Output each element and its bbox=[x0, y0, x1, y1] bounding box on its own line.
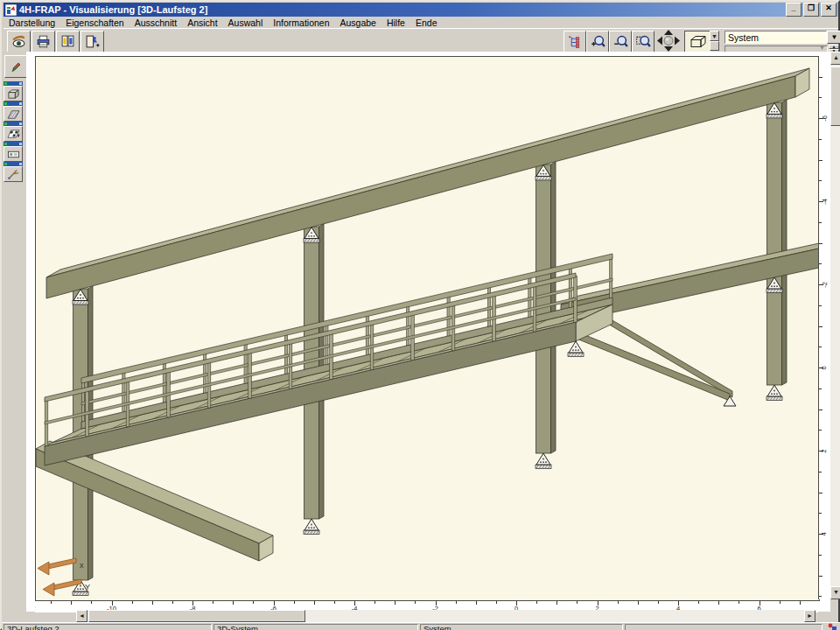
title-bar[interactable]: 4H-FRAP - Visualisierung [3D-Laufsteg 2]… bbox=[4, 3, 838, 17]
vertical-ruler: -6-4-2024 bbox=[818, 56, 831, 599]
ruler-tick bbox=[698, 601, 699, 604]
ruler-tick bbox=[415, 601, 416, 604]
menu-item-hilfe[interactable]: Hilfe bbox=[382, 18, 410, 28]
scroll-left-icon[interactable]: ◄ bbox=[76, 610, 88, 622]
values-window-button[interactable] bbox=[4, 142, 23, 160]
mesh-window-button[interactable] bbox=[4, 122, 23, 140]
scroll-down-icon[interactable]: ▼ bbox=[830, 586, 840, 599]
column-4 bbox=[767, 102, 782, 385]
menu-item-ausgabe[interactable]: Ausgabe bbox=[335, 18, 382, 28]
ruler-tick bbox=[819, 180, 822, 181]
vertical-scrollbar[interactable]: ▲ ▼ bbox=[830, 52, 840, 599]
ruler-tick bbox=[476, 601, 477, 605]
ruler-tick bbox=[334, 601, 335, 604]
ruler-tick bbox=[819, 305, 822, 306]
chevron-down-icon[interactable]: ▼ bbox=[710, 31, 719, 41]
view-selector-value[interactable]: System bbox=[724, 31, 827, 44]
ruler-tick bbox=[132, 601, 133, 604]
mini-titlebar bbox=[4, 102, 23, 106]
ruler-tick bbox=[819, 77, 822, 78]
status-bar: 3D-Laufsteg 23D-SystemSystem bbox=[2, 622, 840, 630]
ruler-tick bbox=[71, 601, 72, 605]
ruler-label: -4 bbox=[821, 199, 829, 205]
close-button[interactable]: ✕ bbox=[821, 3, 836, 17]
mini-titlebar bbox=[4, 81, 23, 86]
ruler-tick bbox=[253, 601, 254, 604]
exit-door-icon bbox=[85, 34, 100, 49]
draw-mode-button[interactable] bbox=[4, 55, 27, 78]
ruler-tick bbox=[738, 601, 739, 604]
ruler-tick bbox=[213, 601, 214, 604]
ruler-tick bbox=[658, 601, 659, 604]
view-settings-button[interactable] bbox=[7, 31, 31, 52]
status-panel-1: 3D-Laufsteg 2 bbox=[4, 624, 212, 630]
hatched-plane-icon bbox=[7, 108, 20, 120]
pencil-icon bbox=[9, 60, 23, 74]
ruler-tick bbox=[638, 601, 639, 605]
printer-icon bbox=[36, 34, 51, 49]
viewport-canvas[interactable]: x Y bbox=[35, 56, 820, 601]
mini-titlebar bbox=[4, 122, 23, 126]
menu-item-darstellung[interactable]: Darstellung bbox=[4, 18, 60, 28]
ruler-tick bbox=[819, 472, 822, 472]
walkway bbox=[45, 254, 612, 466]
zoom-window-button[interactable] bbox=[632, 31, 654, 52]
zoom-out-icon bbox=[612, 34, 628, 50]
menu-item-ende[interactable]: Ende bbox=[410, 18, 443, 28]
ruler-tick bbox=[91, 601, 92, 604]
green-dot-icon bbox=[4, 143, 7, 145]
ruler-tick bbox=[819, 513, 822, 514]
scroll-up-icon[interactable]: ▲ bbox=[830, 52, 840, 65]
menu-item-ausschnitt[interactable]: Ausschnitt bbox=[130, 18, 182, 28]
mini-box-icon bbox=[19, 102, 22, 105]
model-box-window-button[interactable] bbox=[4, 81, 23, 100]
ruler-tick bbox=[314, 601, 315, 605]
value-display-icon bbox=[7, 149, 20, 160]
ruler-tick bbox=[152, 601, 153, 605]
ruler-tick bbox=[536, 601, 537, 604]
maximize-button[interactable]: ❐ bbox=[803, 3, 819, 17]
horizontal-scrollbar[interactable]: ◄ ► bbox=[76, 610, 816, 622]
zoom-in-button[interactable] bbox=[586, 31, 609, 52]
ruler-tick bbox=[819, 160, 822, 161]
minimize-button[interactable]: _ bbox=[786, 3, 802, 17]
ruler-tick bbox=[718, 601, 719, 605]
ruler-tick bbox=[819, 243, 822, 244]
status-panel-3: System bbox=[420, 624, 623, 630]
zoom-out-button[interactable] bbox=[609, 31, 632, 52]
structure-tree-button[interactable] bbox=[564, 31, 586, 52]
menu-item-auswahl[interactable]: Auswahl bbox=[223, 18, 269, 28]
green-dot-icon bbox=[4, 82, 7, 85]
ruler-tick bbox=[819, 576, 822, 577]
ruler-tick bbox=[819, 596, 822, 597]
exit-button[interactable] bbox=[80, 31, 104, 52]
menu-item-ansicht[interactable]: Ansicht bbox=[182, 18, 222, 28]
menu-item-informationen[interactable]: Informationen bbox=[268, 18, 334, 28]
toolbar: ▼ System ▼ ▼ ▲ ▼ bbox=[4, 28, 838, 52]
axis-y-label: Y bbox=[85, 583, 90, 592]
horizontal-scroll-thumb[interactable] bbox=[88, 610, 305, 622]
perspective-drop-body bbox=[710, 41, 719, 51]
ruler-tick bbox=[374, 601, 375, 604]
perspective-drop[interactable]: ▼ bbox=[710, 31, 719, 51]
ruler-tick bbox=[819, 555, 822, 556]
ruler-tick bbox=[819, 222, 822, 223]
menu-item-eigenschaften[interactable]: Eigenschaften bbox=[60, 18, 130, 28]
ruler-label: 0 bbox=[820, 366, 828, 369]
scroll-right-icon[interactable]: ► bbox=[804, 610, 816, 622]
tools-window-button[interactable] bbox=[4, 162, 23, 180]
ruler-label: 4 bbox=[820, 532, 828, 536]
chevron-down-icon: ▼ bbox=[819, 45, 825, 51]
chevron-down-icon[interactable]: ▼ bbox=[827, 31, 840, 44]
section-plane-window-button[interactable] bbox=[4, 102, 23, 120]
green-dot-icon bbox=[4, 163, 7, 165]
view-selector-combo[interactable]: System ▼ bbox=[724, 31, 840, 44]
eye-icon bbox=[11, 34, 26, 49]
print-button[interactable] bbox=[32, 31, 55, 52]
vertical-scroll-thumb[interactable] bbox=[830, 66, 840, 126]
ruler-tick bbox=[819, 263, 822, 264]
documentation-button[interactable] bbox=[56, 31, 80, 52]
pan-arrows-icon bbox=[656, 29, 681, 52]
pan-control[interactable] bbox=[656, 29, 681, 52]
perspective-box-button[interactable] bbox=[684, 31, 710, 52]
